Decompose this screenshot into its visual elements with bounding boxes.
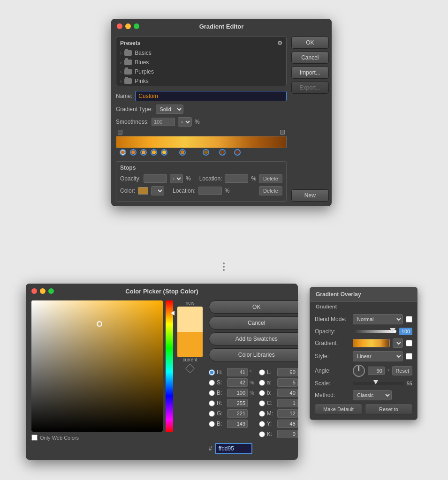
gear-icon[interactable]: ⚙ — [277, 40, 282, 46]
gradient-dropdown[interactable]: › — [393, 338, 403, 348]
name-input[interactable] — [135, 91, 287, 101]
blend-mode-label: Blend Mode: — [315, 316, 350, 322]
opacity-stop-right[interactable] — [280, 130, 285, 135]
gradient-bar[interactable] — [116, 136, 287, 148]
hex-row: # — [209, 443, 298, 454]
opacity-stop-left[interactable] — [118, 130, 122, 135]
radio-s[interactable] — [209, 380, 215, 386]
scale-slider-track[interactable] — [353, 382, 404, 385]
smoothness-dropdown[interactable]: › — [178, 117, 192, 127]
y-input[interactable] — [277, 420, 298, 428]
c-input[interactable] — [277, 399, 298, 407]
cp-close-button[interactable] — [31, 288, 37, 294]
g-input[interactable] — [227, 409, 248, 418]
cp-maximize-button[interactable] — [48, 288, 54, 294]
radio-m[interactable] — [259, 411, 265, 417]
blend-mode-select[interactable]: Normal Multiply Screen — [353, 314, 403, 324]
opacity-delete-button[interactable]: Delete — [259, 174, 282, 183]
preset-item-basics[interactable]: › Basics — [116, 48, 286, 58]
r-input[interactable] — [227, 399, 248, 407]
radio-g[interactable] — [209, 411, 215, 417]
gradient-preview[interactable] — [353, 339, 390, 347]
preset-item-pinks[interactable]: › Pinks — [116, 76, 286, 86]
color-stop-2[interactable] — [130, 149, 137, 156]
gradient-overlay-subheader: Gradient — [310, 302, 417, 312]
import-button[interactable]: Import... — [291, 67, 329, 79]
hue-strip[interactable] — [166, 300, 173, 432]
opacity-dropdown[interactable]: › — [170, 174, 183, 183]
smoothness-row: Smoothness: › % — [116, 117, 287, 127]
color-swatch[interactable] — [138, 187, 148, 195]
color-stop-9[interactable] — [234, 149, 241, 156]
close-button[interactable] — [117, 23, 122, 29]
only-web-colors-checkbox[interactable] — [31, 435, 38, 441]
color-delete-button[interactable]: Delete — [259, 186, 282, 195]
l-input[interactable] — [277, 368, 298, 376]
color-location-input[interactable] — [198, 187, 222, 195]
angle-reset-button[interactable]: Reset — [392, 366, 412, 375]
swatch-current[interactable] — [177, 332, 203, 357]
cp-ok-button[interactable]: OK — [209, 300, 298, 314]
radio-r[interactable] — [209, 400, 215, 406]
color-picker-title: Color Picker (Stop Color) — [125, 288, 198, 295]
opacity-location-input[interactable] — [225, 174, 248, 183]
radio-b[interactable] — [209, 390, 215, 396]
preset-item-blues[interactable]: › Blues — [116, 58, 286, 67]
color-canvas-area[interactable]: Only Web Colors — [31, 300, 163, 432]
cancel-button[interactable]: Cancel — [291, 52, 329, 64]
radio-a[interactable] — [259, 380, 265, 386]
color-stop-4[interactable] — [151, 149, 157, 156]
blend-mode-checkbox[interactable] — [406, 316, 412, 322]
maximize-button[interactable] — [134, 23, 139, 29]
color-stop-3[interactable] — [140, 149, 147, 156]
style-select[interactable]: Linear Radial Angle — [353, 351, 403, 361]
color-canvas[interactable] — [31, 300, 163, 432]
method-select[interactable]: Classic Perceptual — [353, 390, 392, 400]
m-input[interactable] — [277, 409, 298, 418]
color-stop-7[interactable] — [203, 149, 209, 156]
k-input[interactable] — [277, 430, 298, 438]
export-button[interactable]: Export... — [291, 82, 329, 94]
radio-brgb[interactable] — [209, 421, 215, 427]
style-checkbox[interactable] — [406, 353, 412, 360]
hex-input[interactable] — [215, 443, 252, 454]
minimize-button[interactable] — [125, 23, 131, 29]
radio-lab[interactable] — [259, 369, 265, 375]
cp-cancel-button[interactable]: Cancel — [209, 316, 298, 330]
color-stop-1[interactable] — [120, 149, 126, 156]
gradient-row: Gradient: › — [315, 338, 412, 348]
smoothness-input[interactable] — [152, 118, 175, 126]
cp-color-libraries-button[interactable]: Color Libraries — [209, 348, 298, 361]
gradient-checkbox[interactable] — [406, 340, 412, 346]
ok-button[interactable]: OK — [291, 37, 329, 49]
opacity-input[interactable] — [144, 174, 167, 183]
a-input[interactable] — [277, 378, 298, 387]
gradient-type-select[interactable]: Solid Noise — [156, 105, 183, 114]
make-default-button[interactable]: Make Default — [315, 404, 362, 415]
radio-y[interactable] — [259, 421, 265, 427]
color-dropdown[interactable]: › — [151, 186, 164, 195]
cp-add-swatches-button[interactable]: Add to Swatches — [209, 332, 298, 345]
radio-k[interactable] — [259, 431, 265, 437]
blab-input[interactable] — [277, 389, 298, 397]
brgb-label: B: — [217, 420, 225, 427]
a-label: a: — [267, 379, 275, 386]
swatch-new[interactable] — [177, 307, 203, 332]
angle-dial[interactable] — [353, 365, 365, 377]
cp-minimize-button[interactable] — [40, 288, 46, 294]
s-input[interactable] — [227, 378, 248, 387]
reset-to-button[interactable]: Reset to — [365, 404, 412, 415]
radio-blab[interactable] — [259, 390, 265, 396]
opacity-slider-track[interactable] — [353, 330, 396, 333]
radio-c[interactable] — [259, 400, 265, 406]
preset-item-purples[interactable]: › Purples — [116, 67, 286, 76]
color-stop-8[interactable] — [219, 149, 226, 156]
h-input[interactable] — [227, 368, 248, 376]
b-input[interactable] — [227, 389, 248, 397]
new-button[interactable]: New — [291, 189, 329, 202]
radio-hsb[interactable] — [209, 369, 215, 375]
color-stop-6[interactable] — [179, 149, 186, 156]
angle-input[interactable] — [368, 367, 385, 375]
color-stop-5[interactable] — [161, 149, 167, 156]
brgb-input[interactable] — [227, 420, 248, 428]
